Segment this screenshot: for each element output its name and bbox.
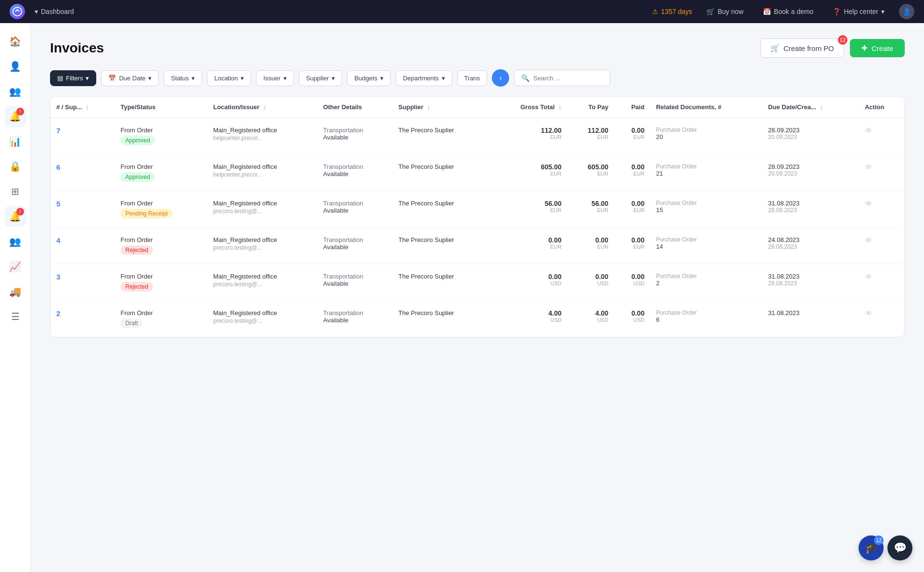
status-label: Status	[171, 75, 189, 82]
book-demo-btn[interactable]: 📅 Book a demo	[758, 5, 819, 18]
budgets-label: Budgets	[354, 75, 377, 82]
create-from-po-button[interactable]: 🛒 Create from PO 12	[760, 38, 844, 58]
col-gross-total: Gross Total ↕	[490, 97, 567, 118]
budgets-filter[interactable]: Budgets ▾	[347, 70, 391, 86]
buy-now-btn[interactable]: 🛒 Buy now	[702, 5, 748, 18]
sidebar-item-dispatch[interactable]: 🚚	[5, 281, 26, 302]
transport-avail: Available	[323, 317, 386, 324]
trans-filter[interactable]: Trans	[457, 70, 488, 86]
departments-filter[interactable]: Departments ▾	[396, 70, 452, 86]
cell-dates: 31.08.2023	[762, 301, 859, 337]
dashboard-nav[interactable]: ▾ Dashboard	[35, 8, 74, 15]
status-badge: Rejected	[120, 245, 153, 255]
table-row: 4 From Order Rejected Main_Registered of…	[51, 228, 904, 264]
cell-location: Main_Registered office precoro.testing@.…	[207, 228, 317, 264]
cell-other: Transportation Available	[317, 264, 392, 301]
col-num: # / Sup... ↕	[51, 97, 115, 118]
cell-location: Main_Registered office precoro.testing@.…	[207, 264, 317, 301]
sidebar-item-notifications[interactable]: 🔔 !	[5, 106, 26, 127]
paid-amount: 0.00	[620, 309, 644, 317]
cell-to-pay: 0.00 EUR	[567, 228, 614, 264]
col-to-pay: To Pay	[567, 97, 614, 118]
status-badge: Approved	[120, 136, 154, 145]
gross-amount: 0.00	[496, 236, 561, 244]
transport-type: Transportation	[323, 200, 386, 207]
topay-currency: EUR	[573, 134, 608, 140]
chevron-down-icon: ▾	[35, 8, 38, 15]
supplier-filter[interactable]: Supplier ▾	[299, 70, 343, 86]
view-icon[interactable]: 👁	[865, 127, 873, 135]
related-doc-type: Purchase Order	[656, 273, 757, 280]
search-input[interactable]	[533, 75, 603, 82]
col-related: Related Documents, #	[650, 97, 762, 118]
chevron-down-icon: ▾	[241, 75, 244, 82]
view-icon[interactable]: 👁	[865, 309, 873, 318]
sidebar-item-table[interactable]: ⊞	[5, 181, 26, 202]
cell-num: 4	[51, 228, 115, 264]
help-center-btn[interactable]: ❓ Help center ▾	[828, 5, 889, 18]
user-icon: 👤	[903, 8, 911, 15]
supplier-name: The Precoro Suplier	[398, 163, 485, 170]
paid-amount: 0.00	[620, 236, 644, 244]
sidebar-item-alerts[interactable]: 🔔 !	[5, 206, 26, 227]
status-badge: Rejected	[120, 282, 153, 292]
supplier-label: Supplier	[306, 75, 329, 82]
filter-next-button[interactable]: ›	[492, 69, 509, 87]
create-label: Create	[872, 44, 893, 52]
table-row: 5 From Order Pending Receipt Main_Regist…	[51, 191, 904, 228]
topay-amount: 56.00	[573, 200, 608, 207]
due-date: 28.09.2023	[768, 127, 853, 134]
due-date-filter[interactable]: 📅 Due Date ▾	[101, 70, 159, 86]
cell-supplier: The Precoro Suplier	[393, 228, 491, 264]
row-number: 6	[56, 163, 60, 171]
buy-now-label: Buy now	[718, 8, 744, 15]
sidebar-item-people[interactable]: 👥	[5, 231, 26, 252]
chevron-down-icon: ▾	[332, 75, 335, 82]
issuer-filter[interactable]: Issuer ▾	[256, 70, 294, 86]
cell-other: Transportation Available	[317, 301, 392, 337]
row-type: From Order	[120, 127, 201, 134]
help-icon: ❓	[833, 8, 841, 15]
transport-type: Transportation	[323, 309, 386, 317]
filters-button[interactable]: ▤ Filters ▾	[50, 70, 96, 86]
transport-avail: Available	[323, 280, 386, 287]
cell-type-status: From Order Approved	[115, 118, 207, 154]
sidebar-item-menu[interactable]: ☰	[5, 306, 26, 327]
departments-label: Departments	[403, 75, 438, 82]
location-filter[interactable]: Location ▾	[207, 70, 251, 86]
view-icon[interactable]: 👁	[865, 236, 873, 244]
cell-paid: 0.00 EUR	[614, 191, 650, 228]
status-filter[interactable]: Status ▾	[164, 70, 202, 86]
cell-action: 👁	[859, 264, 904, 301]
view-icon[interactable]: 👁	[865, 200, 873, 208]
view-icon[interactable]: 👁	[865, 163, 873, 171]
cell-type-status: From Order Pending Receipt	[115, 191, 207, 228]
paid-amount: 0.00	[620, 273, 644, 280]
location-label: Location	[214, 75, 238, 82]
sidebar-item-contacts[interactable]: 👤	[5, 56, 26, 77]
chevron-down-icon: ▾	[283, 75, 287, 82]
cell-gross: 56.00 EUR	[490, 191, 567, 228]
sidebar-item-users[interactable]: 👥	[5, 81, 26, 102]
sidebar-item-analytics[interactable]: 📊	[5, 131, 26, 152]
sidebar-item-security[interactable]: 🔒	[5, 156, 26, 177]
paid-currency: USD	[620, 317, 644, 323]
create-button[interactable]: ✚ Create	[850, 39, 905, 57]
related-doc-type: Purchase Order	[656, 236, 757, 243]
view-icon[interactable]: 👁	[865, 273, 873, 281]
user-avatar[interactable]: 👤	[899, 4, 914, 19]
cell-action: 👁	[859, 154, 904, 191]
graduation-chat-button[interactable]: 🎓 12	[859, 535, 884, 560]
col-location: Location/Issuer ↕	[207, 97, 317, 118]
chat-button[interactable]: 💬	[887, 535, 912, 560]
cart-icon: 🛒	[706, 8, 715, 15]
filters-bar: ▤ Filters ▾ 📅 Due Date ▾ Status ▾ Locati…	[50, 69, 905, 87]
cell-to-pay: 112.00 EUR	[567, 118, 614, 154]
search-icon: 🔍	[521, 74, 529, 82]
sidebar-item-trending[interactable]: 📈	[5, 256, 26, 277]
created-date: 20.09.2023	[768, 134, 853, 140]
cell-gross: 0.00 EUR	[490, 228, 567, 264]
sidebar-item-home[interactable]: 🏠	[5, 31, 26, 52]
help-center-label: Help center	[844, 8, 878, 15]
warning-days[interactable]: ⚠ 1357 days	[652, 8, 693, 15]
